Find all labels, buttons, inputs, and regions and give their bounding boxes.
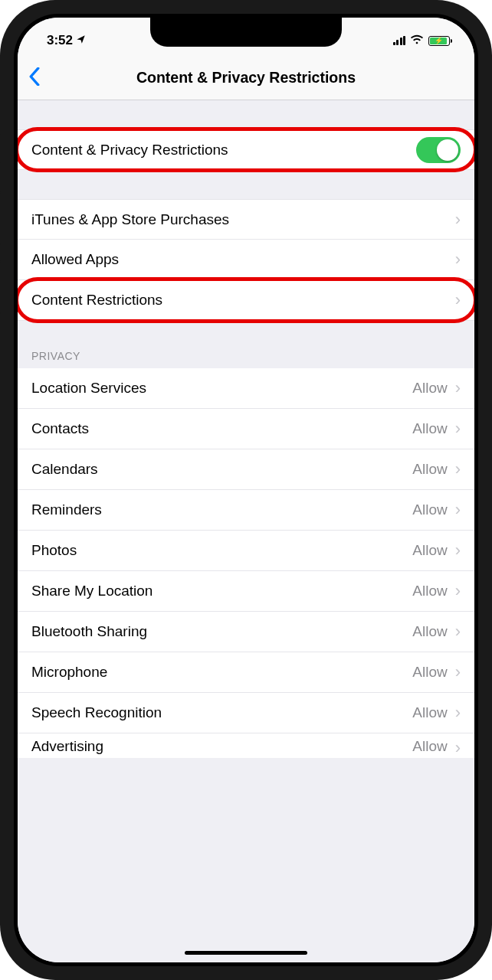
row-allowed-apps[interactable]: Allowed Apps › [18, 240, 474, 280]
group-store: iTunes & App Store Purchases › Allowed A… [18, 199, 474, 321]
row-value: Allow [412, 461, 447, 478]
battery-icon: ⚡ [428, 36, 450, 46]
page-title: Content & Privacy Restrictions [18, 69, 474, 87]
screen: 3:52 ⚡ [18, 18, 474, 962]
row-label: Advertising [31, 738, 412, 755]
row-value: Allow [412, 542, 447, 559]
row-label: Microphone [31, 664, 412, 681]
chevron-right-icon: › [455, 662, 461, 682]
row-label: Bluetooth Sharing [31, 623, 412, 640]
volume-down-button [0, 260, 1, 314]
row-label: Allowed Apps [31, 251, 455, 268]
chevron-right-icon: › [455, 541, 461, 560]
row-value: Allow [412, 380, 447, 397]
row-value: Allow [412, 738, 447, 755]
home-indicator[interactable] [185, 951, 307, 955]
wifi-icon [410, 34, 424, 47]
row-itunes-appstore[interactable]: iTunes & App Store Purchases › [18, 199, 474, 240]
row-label: iTunes & App Store Purchases [31, 211, 455, 228]
row-contacts[interactable]: Contacts Allow › [18, 409, 474, 449]
row-label: Calendars [31, 461, 412, 478]
row-content-privacy-restrictions-toggle[interactable]: Content & Privacy Restrictions [18, 129, 474, 170]
chevron-right-icon: › [455, 250, 461, 270]
row-location-services[interactable]: Location Services Allow › [18, 368, 474, 409]
device-bezel: 3:52 ⚡ [14, 14, 478, 966]
row-value: Allow [412, 704, 447, 721]
group-main-toggle: Content & Privacy Restrictions [18, 129, 474, 170]
row-label: Reminders [31, 501, 412, 518]
chevron-right-icon: › [455, 290, 461, 310]
content-privacy-toggle[interactable] [416, 137, 461, 163]
chevron-right-icon: › [455, 210, 461, 230]
settings-list[interactable]: Content & Privacy Restrictions iTunes & … [18, 100, 474, 962]
row-value: Allow [412, 623, 447, 640]
cellular-icon [393, 36, 406, 45]
row-share-my-location[interactable]: Share My Location Allow › [18, 571, 474, 612]
charging-bolt-icon: ⚡ [435, 37, 443, 44]
location-arrow-icon [76, 34, 86, 47]
row-photos[interactable]: Photos Allow › [18, 531, 474, 571]
row-label: Location Services [31, 380, 412, 397]
device-frame: 3:52 ⚡ [0, 0, 492, 980]
back-button[interactable] [28, 67, 41, 90]
group-header-privacy: PRIVACY [18, 344, 474, 368]
chevron-right-icon: › [455, 738, 461, 758]
status-left: 3:52 [47, 33, 86, 48]
row-label: Share My Location [31, 583, 412, 599]
chevron-right-icon: › [455, 459, 461, 479]
chevron-right-icon: › [455, 419, 461, 439]
row-label: Contacts [31, 420, 412, 437]
chevron-right-icon: › [455, 581, 461, 601]
row-value: Allow [412, 664, 447, 681]
chevron-right-icon: › [455, 703, 461, 723]
row-microphone[interactable]: Microphone Allow › [18, 652, 474, 693]
row-bluetooth-sharing[interactable]: Bluetooth Sharing Allow › [18, 612, 474, 652]
status-time: 3:52 [47, 33, 73, 48]
row-reminders[interactable]: Reminders Allow › [18, 490, 474, 531]
chevron-right-icon: › [455, 622, 461, 642]
silent-switch [0, 134, 1, 163]
chevron-right-icon: › [455, 500, 461, 520]
row-advertising[interactable]: Advertising Allow › [18, 733, 474, 758]
row-label: Content Restrictions [31, 292, 455, 309]
row-label: Photos [31, 542, 412, 559]
row-value: Allow [412, 583, 447, 599]
row-speech-recognition[interactable]: Speech Recognition Allow › [18, 693, 474, 733]
row-label: Speech Recognition [31, 704, 412, 721]
row-calendars[interactable]: Calendars Allow › [18, 449, 474, 490]
row-value: Allow [412, 501, 447, 518]
volume-up-button [0, 191, 1, 245]
status-right: ⚡ [393, 34, 451, 47]
row-label: Content & Privacy Restrictions [31, 142, 416, 158]
row-value: Allow [412, 420, 447, 437]
chevron-right-icon: › [455, 378, 461, 398]
nav-bar: Content & Privacy Restrictions [18, 56, 474, 100]
group-privacy: PRIVACY Location Services Allow › Contac… [18, 344, 474, 758]
row-content-restrictions[interactable]: Content Restrictions › [18, 280, 474, 321]
notch [150, 18, 342, 47]
